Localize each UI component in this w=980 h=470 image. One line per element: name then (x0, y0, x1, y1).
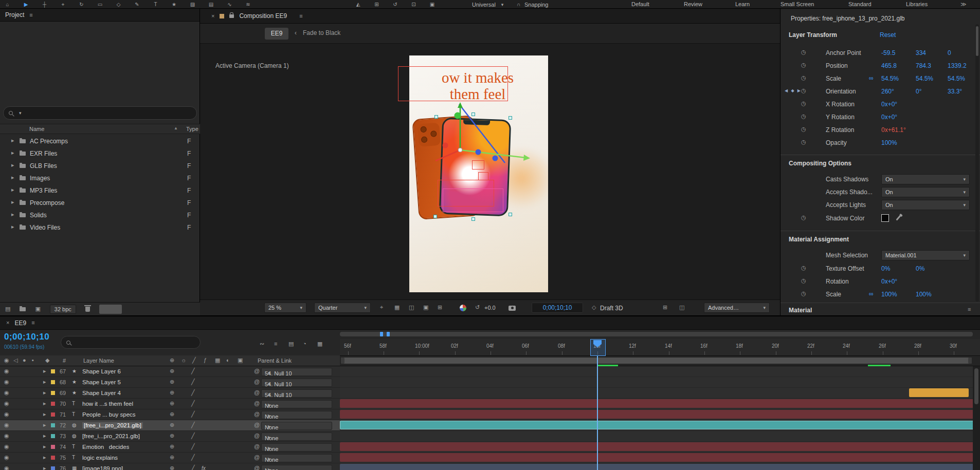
layer-row-controls[interactable]: ◉ ▸ 74 T Emotion decides ⊕ ╱ @ None ▾ (0, 442, 340, 453)
lock-icon[interactable] (229, 14, 234, 18)
property-value[interactable]: 0 (948, 49, 951, 57)
video-column-icon[interactable]: ◉ (4, 358, 9, 363)
solo-column-icon[interactable]: ● (23, 358, 26, 363)
stopwatch-icon[interactable]: ◷ (801, 215, 806, 220)
property-value[interactable]: 0% (881, 265, 890, 272)
expand-icon[interactable]: ▸ (11, 150, 14, 156)
pickwhip-icon[interactable]: @ (254, 368, 260, 374)
gizmo-red-axis[interactable] (435, 150, 460, 161)
layer-row-controls[interactable]: ◉ ▸ 72 ◍ [free_i...pro_2021.glb] ⊕ ╱ @ N… (0, 420, 340, 431)
layer-row-controls[interactable]: ◉ ▸ 67 ★ Shape Layer 6 ⊕ ╱ @ 54. Null 10… (0, 366, 340, 377)
layer-row[interactable]: ◉ ▸ 68 ★ Shape Layer 5 ⊕ ╱ @ 54. Null 10… (0, 377, 980, 388)
layer-name[interactable]: how it ...s them feel (82, 401, 133, 407)
layer-name[interactable]: Shape Layer 5 (82, 379, 121, 385)
anchor-switch-icon[interactable]: ⊕ (170, 411, 174, 417)
active-camera-label[interactable]: Active Camera (Camera 1) (215, 62, 289, 69)
selection-handle[interactable] (471, 112, 475, 116)
layer-row-controls[interactable]: ◉ ▸ 69 ★ Shape Layer 4 ⊕ ╱ @ 54. Null 10… (0, 388, 340, 399)
expand-icon[interactable]: ▸ (11, 212, 14, 217)
pickwhip-icon[interactable]: @ (254, 411, 260, 417)
selection-handle[interactable] (509, 213, 512, 216)
parent-link-dropdown[interactable]: None ▾ (261, 411, 332, 419)
motion-blur-icon[interactable]: ◔ (303, 341, 306, 347)
shadow-color-swatch[interactable] (881, 214, 889, 222)
stopwatch-icon[interactable]: ◷ (801, 278, 806, 284)
layer-track[interactable] (340, 399, 980, 409)
stopwatch-icon[interactable]: ◷ (801, 139, 806, 145)
label-color-chip[interactable] (51, 423, 55, 427)
sort-ascending-icon[interactable]: ▲ (174, 126, 178, 130)
layer-row-selected[interactable]: ◉ ▸ 72 ◍ [free_i...pro_2021.glb] ⊕ ╱ @ N… (0, 420, 980, 431)
close-icon[interactable]: × (6, 320, 9, 326)
property-value[interactable]: 465.8 (881, 62, 897, 69)
layer-transform-header[interactable]: Layer Transform (789, 31, 837, 39)
label-color-chip[interactable] (51, 456, 55, 460)
parent-link-dropdown[interactable]: None ▾ (261, 465, 332, 470)
timeline-tab[interactable]: EE9 (14, 319, 26, 327)
comp-flowchart-icon[interactable]: ∾ (260, 341, 264, 347)
layer-name[interactable]: logic explains (82, 455, 118, 461)
expand-icon[interactable]: ▸ (43, 455, 46, 460)
property-value[interactable]: -59.5 (881, 49, 895, 57)
layer-row-controls[interactable]: ◉ ▸ 71 T People ... buy specs ⊕ ╱ @ None… (0, 409, 340, 420)
timeline-navigator[interactable] (340, 332, 973, 336)
workspace-overflow-icon[interactable]: ≫ (960, 0, 967, 9)
parent-link-dropdown[interactable]: 54. Null 10 ▾ (261, 389, 332, 398)
universal-dropdown[interactable]: Universal ▾ (472, 0, 503, 9)
property-value[interactable]: 0x+0° (881, 114, 897, 121)
workspace-tab-standard[interactable]: Standard (848, 0, 872, 9)
draft-3d-toggle[interactable]: Draft 3D (600, 305, 623, 312)
grid-overlay-icon[interactable]: ⊞ (373, 0, 380, 9)
transparency-grid-icon[interactable]: ▦ (394, 305, 400, 310)
pickwhip-icon[interactable]: @ (254, 379, 260, 385)
workspace-tab-learn[interactable]: Learn (735, 0, 750, 9)
close-icon[interactable]: × (211, 13, 214, 19)
stopwatch-icon[interactable]: ◷ (801, 101, 806, 106)
layer-track[interactable] (340, 420, 980, 431)
project-item[interactable]: ▸ Video Files F (0, 221, 200, 234)
parent-link-dropdown[interactable]: None ▾ (261, 422, 332, 430)
layer-row[interactable]: ◉ ▸ 70 T how it ...s them feel ⊕ ╱ @ Non… (0, 399, 980, 409)
audio-column-icon[interactable]: ◁ (13, 358, 17, 363)
anchor-switch-icon[interactable]: ⊕ (170, 455, 174, 460)
snapshot-icon[interactable]: ⊡ (410, 0, 417, 9)
property-value[interactable]: 334 (916, 49, 926, 57)
navigator-handle[interactable] (387, 332, 390, 336)
label-color-chip[interactable] (51, 434, 55, 438)
column-header-layer-name[interactable]: Layer Name (83, 358, 114, 364)
composition-tab-title[interactable]: Composition EE9 (239, 12, 287, 20)
expand-icon[interactable]: ▸ (11, 162, 14, 168)
property-value[interactable]: 33.3° (948, 88, 962, 95)
gizmo-red-handle[interactable] (443, 143, 448, 148)
roto-brush-tool-icon[interactable]: ≋ (245, 0, 251, 9)
shape-tool-icon[interactable]: ★ (171, 0, 177, 9)
switches-fx-icon[interactable]: ƒ (204, 358, 207, 363)
label-color-chip[interactable] (51, 466, 55, 470)
property-value[interactable]: 0x+0° (881, 101, 897, 108)
label-color-chip[interactable] (51, 445, 55, 449)
label-color-chip[interactable] (51, 380, 55, 384)
view-layout-dropdown[interactable]: Advanced… ▾ (704, 303, 770, 313)
stopwatch-icon[interactable]: ◷ (801, 49, 806, 55)
layer-name[interactable]: Shape Layer 4 (82, 390, 121, 396)
column-header-name[interactable]: Name (29, 126, 44, 132)
snapping-toggle[interactable]: ∩ Snapping (515, 0, 549, 9)
layer-row[interactable]: ◉ ▸ 74 T Emotion decides ⊕ ╱ @ None ▾ (0, 442, 980, 453)
pickwhip-icon[interactable]: @ (254, 444, 260, 449)
hand-tool-icon[interactable]: ┼ (41, 0, 48, 9)
property-value[interactable]: 784.3 (916, 62, 931, 69)
exposure-value[interactable]: +0.0 (484, 305, 496, 311)
selection-handle[interactable] (434, 115, 438, 119)
region-of-interest-icon[interactable]: ⌖ (380, 305, 383, 310)
property-value[interactable]: 0% (916, 265, 924, 272)
layer-duration-bar[interactable] (340, 442, 980, 451)
magnification-dropdown[interactable]: 25 % ▾ (264, 303, 306, 313)
material-assignment-header[interactable]: Material Assignment (789, 236, 849, 243)
interpret-footage-icon[interactable]: ▤ (5, 306, 10, 312)
expand-icon[interactable]: ▸ (43, 422, 46, 428)
layer-row-controls[interactable]: ◉ ▸ 68 ★ Shape Layer 5 ⊕ ╱ @ 54. Null 10… (0, 377, 340, 388)
layer-name[interactable]: [free_i...pro_2021.glb] (82, 422, 143, 428)
anchor-switch-icon[interactable]: ⊕ (170, 401, 174, 406)
pickwhip-icon[interactable]: @ (254, 465, 260, 470)
switches-frame-blend-icon[interactable]: ▦ (215, 358, 220, 363)
